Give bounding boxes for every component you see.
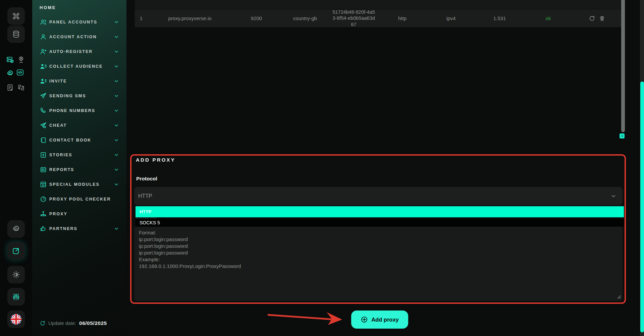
chevron-down-icon: [114, 64, 119, 69]
webcam-button[interactable]: [17, 56, 25, 64]
sidebar-item-special-modules[interactable]: SPECIAL MODULES: [32, 177, 126, 192]
update-date-label: Update date:: [48, 321, 76, 326]
status-badge: ok: [524, 15, 573, 21]
command-icon: [12, 12, 20, 20]
sidebar-item-stories[interactable]: STORIES: [32, 148, 126, 162]
external-link-button[interactable]: [7, 242, 25, 260]
phone-icon: [40, 107, 47, 114]
page-scrollbar-thumb[interactable]: [640, 81, 644, 332]
send-dot-icon: [40, 122, 47, 129]
plus-square-icon: [40, 151, 47, 159]
sitemap-icon: [40, 210, 47, 218]
database-button[interactable]: [7, 25, 25, 43]
cell-host: proxy.proxyverse.io: [148, 15, 232, 21]
brightness-icon: [12, 270, 20, 279]
sidebar-item-sending-sms[interactable]: SENDING SMS: [32, 89, 126, 103]
sidebar-item-label: CHEAT: [49, 123, 67, 128]
resize-grip-icon[interactable]: [616, 294, 621, 299]
modules-icon: [40, 181, 47, 188]
sidebar-item-label: PANEL ACCOUNTS: [49, 20, 97, 24]
sidebar-item-contact-book[interactable]: CONTACT BOOK: [32, 133, 126, 148]
brightness-button[interactable]: [7, 266, 25, 283]
chevron-down-icon: [114, 34, 119, 40]
sliders-button[interactable]: [7, 288, 25, 305]
sidebar-item-proxy-pool-checker[interactable]: PROXY POOL CHECKER: [32, 192, 126, 207]
cell-country: country-gb: [281, 15, 329, 21]
sidebar-item-invite[interactable]: INVITE: [32, 74, 126, 89]
cell-uuid: 51724b46-920f-4a53-8f54-eb0b5aa63d67: [329, 9, 378, 28]
clipboard-button[interactable]: [6, 83, 14, 92]
gauge-icon: [40, 195, 47, 203]
sidebar-item-label: SPECIAL MODULES: [49, 182, 100, 187]
language-flag-button[interactable]: [7, 311, 25, 328]
update-date-value: 06/05/2025: [79, 320, 107, 326]
sidebar-item-label: SENDING SMS: [49, 94, 86, 98]
cell-response-time: 1.531: [475, 15, 524, 21]
command-button[interactable]: [7, 7, 25, 25]
add-proxy-panel: ADD PROXY Protocol HTTP Proxy list: [130, 154, 626, 304]
chevron-down-icon: [114, 49, 119, 54]
external-link-icon: [12, 246, 20, 255]
gear-card-button[interactable]: [7, 220, 25, 238]
protocol-dropdown: HTTPSOCKS 5: [136, 206, 624, 227]
refresh-icon[interactable]: [40, 320, 46, 326]
chevron-down-icon: [114, 137, 119, 143]
annotation-arrow: [266, 310, 344, 326]
code-window-button[interactable]: [16, 68, 24, 76]
chevron-down-icon: [610, 193, 616, 199]
chevron-down-icon: [114, 19, 119, 25]
cell-index: 1: [135, 15, 148, 21]
uuid-text: 51724b46-920f-4a53-8f54-eb0b5aa63d67: [331, 9, 376, 28]
add-proxy-button[interactable]: Add proxy: [351, 311, 408, 329]
table-row-partial: [135, 0, 621, 9]
mini-cursor-handle[interactable]: [620, 133, 625, 138]
settings-gear-button[interactable]: [6, 69, 14, 77]
send-icon: [40, 92, 47, 100]
user-icon: [40, 33, 47, 41]
server-check-button[interactable]: [6, 56, 14, 64]
clipboard-check-icon: [6, 83, 14, 92]
sidebar-item-label: PROXY: [49, 212, 67, 216]
protocol-select[interactable]: HTTP: [134, 187, 623, 205]
sidebar-item-phone-numbers[interactable]: PHONE NUMBERS: [32, 103, 126, 118]
sidebar-item-account-action[interactable]: ACCOUNT ACTION: [32, 30, 126, 44]
update-date: Update date: 06/05/2025: [40, 320, 107, 326]
protocol-label: Protocol: [136, 176, 157, 182]
sidebar-item-home[interactable]: HOME: [32, 0, 126, 15]
sidebar: HOMEPANEL ACCOUNTSACCOUNT ACTIONAUTO-REG…: [32, 0, 126, 336]
sidebar-item-label: AUTO-REGISTER: [49, 49, 93, 54]
proxy-table-row: 1 proxy.proxyverse.io 9200 country-gb 51…: [135, 9, 621, 27]
gear-icon: [6, 69, 14, 77]
protocol-select-value: HTTP: [138, 193, 152, 199]
sidebar-item-label: CONTACT BOOK: [49, 138, 91, 143]
chevron-down-icon: [114, 108, 119, 113]
sidebar-item-auto-register[interactable]: AUTO-REGISTER: [32, 44, 126, 59]
sidebar-item-reports[interactable]: REPORTS: [32, 162, 126, 177]
thumbs-up-icon: [40, 225, 47, 232]
row-actions: [573, 15, 621, 22]
sidebar-item-cheat[interactable]: CHEAT: [32, 118, 126, 133]
protocol-option-http[interactable]: HTTP: [136, 206, 624, 217]
icon-rail: [0, 0, 32, 336]
protocol-option-socks-5[interactable]: SOCKS 5: [136, 219, 624, 227]
code-window-icon: [16, 68, 24, 76]
recheck-icon[interactable]: [589, 15, 595, 22]
sidebar-item-proxy[interactable]: PROXY: [32, 207, 126, 221]
proxy-list-textarea[interactable]: [134, 226, 623, 301]
sidebar-item-label: COLLECT AUDIENCE: [49, 64, 103, 69]
sidebar-item-label: HOME: [40, 5, 56, 10]
sidebar-item-label: INVITE: [49, 79, 67, 83]
chevron-down-icon: [114, 226, 119, 231]
report-icon: [40, 166, 47, 173]
uk-flag-icon: [10, 314, 22, 325]
app-root: HOMEPANEL ACCOUNTSACCOUNT ACTIONAUTO-REG…: [0, 0, 644, 336]
sidebar-item-label: STORIES: [49, 153, 72, 157]
table-scrollbar-thumb[interactable]: [621, 0, 625, 132]
sidebar-item-partners[interactable]: PARTNERS: [32, 221, 126, 236]
sidebar-item-panel-accounts[interactable]: PANEL ACCOUNTS: [32, 15, 126, 30]
qr-swap-button[interactable]: [17, 83, 25, 92]
trash-icon[interactable]: [599, 15, 605, 22]
chevron-down-icon: [114, 78, 119, 84]
sidebar-item-label: PROXY POOL CHECKER: [49, 197, 111, 202]
sidebar-item-collect-audience[interactable]: COLLECT AUDIENCE: [32, 59, 126, 74]
